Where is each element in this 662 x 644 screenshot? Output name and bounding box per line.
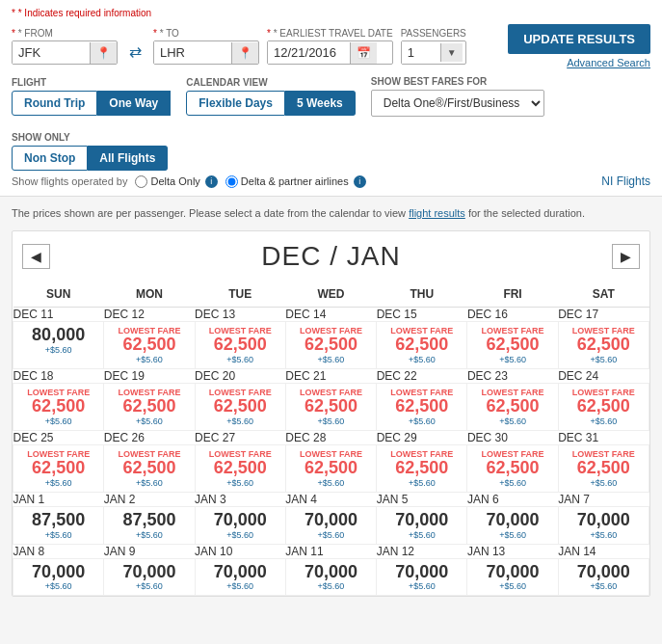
fare-amount: 62,500 xyxy=(288,335,374,355)
fare-cell[interactable]: LOWEST FARE62,500+$5.60 xyxy=(558,444,649,492)
day-header: TUE xyxy=(195,282,285,308)
fare-cell[interactable]: 87,500+$5.60 xyxy=(104,506,195,544)
fare-amount: 62,500 xyxy=(106,459,192,478)
day-header: FRI xyxy=(467,282,558,308)
fare-cell[interactable]: LOWEST FARE62,500+$5.60 xyxy=(377,444,467,492)
next-month-button[interactable]: ▶ xyxy=(612,244,640,269)
delta-partner-info-icon[interactable]: i xyxy=(354,175,366,188)
prev-month-button[interactable]: ◀ xyxy=(22,244,50,269)
date-cell: JAN 14 xyxy=(558,544,649,558)
from-input[interactable] xyxy=(13,41,90,64)
fare-tax: +$5.60 xyxy=(15,581,101,591)
fare-amount: 62,500 xyxy=(198,397,283,416)
date-cell: DEC 17 xyxy=(558,308,649,322)
fare-cell[interactable]: LOWEST FARE62,500+$5.60 xyxy=(558,322,649,369)
fare-cell[interactable]: LOWEST FARE62,500+$5.60 xyxy=(104,444,195,492)
date-cell: JAN 10 xyxy=(195,544,285,558)
fare-amount: 70,000 xyxy=(198,563,283,582)
to-field-group: * * TO 📍 xyxy=(153,28,259,65)
date-cell: JAN 11 xyxy=(285,544,376,558)
fare-cell[interactable]: 70,000+$5.60 xyxy=(13,558,104,596)
fare-cell[interactable]: 70,000+$5.60 xyxy=(467,506,558,544)
fare-amount: 62,500 xyxy=(561,335,647,355)
date-cell: DEC 11 xyxy=(13,308,104,322)
fare-cell[interactable]: LOWEST FARE62,500+$5.60 xyxy=(377,322,467,369)
five-weeks-button[interactable]: 5 Weeks xyxy=(285,91,356,116)
fare-cell[interactable]: 87,500+$5.60 xyxy=(13,506,104,544)
date-cell: JAN 13 xyxy=(467,544,558,558)
fare-amount: 87,500 xyxy=(106,511,192,530)
calendar-icon[interactable]: 📅 xyxy=(350,42,377,64)
date-cell: DEC 25 xyxy=(13,430,104,444)
fare-cell[interactable]: 70,000+$5.60 xyxy=(285,558,376,596)
fare-tax: +$5.60 xyxy=(106,478,192,488)
fare-cell[interactable]: 70,000+$5.60 xyxy=(285,506,376,544)
from-label: * * FROM xyxy=(12,28,118,39)
date-cell: JAN 6 xyxy=(467,492,558,506)
fare-select[interactable]: Delta One®/First/Business xyxy=(371,90,544,117)
fare-cell[interactable]: LOWEST FARE62,500+$5.60 xyxy=(195,444,285,492)
swap-button[interactable]: ⇄ xyxy=(125,42,146,61)
fare-cell[interactable]: LOWEST FARE62,500+$5.60 xyxy=(467,322,558,369)
fare-cell[interactable]: LOWEST FARE62,500+$5.60 xyxy=(13,444,104,492)
date-header-row: JAN 1JAN 2JAN 3JAN 4JAN 5JAN 6JAN 7 xyxy=(13,492,649,506)
passengers-dropdown-icon[interactable]: ▼ xyxy=(440,43,463,62)
fare-amount: 62,500 xyxy=(288,397,374,416)
day-header: THU xyxy=(377,282,467,308)
fare-cell[interactable]: 70,000+$5.60 xyxy=(467,558,558,596)
fare-cell[interactable]: 70,000+$5.60 xyxy=(195,506,285,544)
fare-cell[interactable]: LOWEST FARE62,500+$5.60 xyxy=(104,322,195,369)
fare-cell[interactable]: LOWEST FARE62,500+$5.60 xyxy=(104,384,195,431)
date-cell: JAN 5 xyxy=(377,492,467,506)
all-flights-button[interactable]: All Flights xyxy=(88,146,168,171)
passengers-input[interactable] xyxy=(402,41,440,64)
fare-cell[interactable]: LOWEST FARE62,500+$5.60 xyxy=(467,444,558,492)
fare-amount: 62,500 xyxy=(379,459,464,478)
show-only-group: SHOW ONLY Non Stop All Flights xyxy=(12,132,168,171)
fare-cell[interactable]: 70,000+$5.60 xyxy=(558,558,649,596)
fare-tax: +$5.60 xyxy=(106,355,192,364)
fare-cell[interactable]: LOWEST FARE62,500+$5.60 xyxy=(195,384,285,431)
from-field-group: * * FROM 📍 xyxy=(12,28,118,65)
fare-cell[interactable]: LOWEST FARE62,500+$5.60 xyxy=(377,384,467,431)
date-cell: JAN 4 xyxy=(285,492,376,506)
update-results-button[interactable]: UPDATE RESULTS xyxy=(508,24,650,54)
delta-partner-label[interactable]: Delta & partner airlines i xyxy=(225,175,366,188)
round-trip-button[interactable]: Round Trip xyxy=(12,91,97,116)
fare-cell[interactable]: LOWEST FARE62,500+$5.60 xyxy=(285,322,376,369)
advanced-search-link[interactable]: Advanced Search xyxy=(567,57,650,68)
delta-only-radio[interactable] xyxy=(135,175,147,188)
location-pin-icon-to[interactable]: 📍 xyxy=(231,42,258,64)
fare-cell[interactable]: 70,000+$5.60 xyxy=(558,506,649,544)
fare-cell[interactable]: 70,000+$5.60 xyxy=(104,558,195,596)
non-stop-button[interactable]: Non Stop xyxy=(12,146,88,171)
fare-row: LOWEST FARE62,500+$5.60LOWEST FARE62,500… xyxy=(13,384,649,431)
fare-cell[interactable]: LOWEST FARE62,500+$5.60 xyxy=(13,384,104,431)
flight-type-toggle: Round Trip One Way xyxy=(12,91,171,116)
delta-only-label[interactable]: Delta Only i xyxy=(135,175,217,188)
fare-cell[interactable]: 70,000+$5.60 xyxy=(377,558,467,596)
flight-results-link[interactable]: flight results xyxy=(409,207,465,219)
delta-partner-radio[interactable] xyxy=(225,175,238,188)
fare-amount: 87,500 xyxy=(15,511,101,530)
location-pin-icon[interactable]: 📍 xyxy=(90,42,117,64)
flexible-days-button[interactable]: Flexible Days xyxy=(186,91,285,116)
fare-cell[interactable]: LOWEST FARE62,500+$5.60 xyxy=(467,384,558,431)
day-header: WED xyxy=(285,282,376,308)
delta-only-info-icon[interactable]: i xyxy=(205,175,218,188)
ni-flights-link[interactable]: NI Flights xyxy=(601,174,650,188)
fare-cell[interactable]: LOWEST FARE62,500+$5.60 xyxy=(285,444,376,492)
fare-cell[interactable]: 70,000+$5.60 xyxy=(195,558,285,596)
one-way-button[interactable]: One Way xyxy=(97,91,171,116)
fare-cell[interactable]: LOWEST FARE62,500+$5.60 xyxy=(285,384,376,431)
fare-cell[interactable]: LOWEST FARE62,500+$5.60 xyxy=(195,322,285,369)
fare-cell[interactable]: 70,000+$5.60 xyxy=(377,506,467,544)
fare-cell[interactable]: 80,000+$5.60 xyxy=(13,322,104,369)
to-input[interactable] xyxy=(154,41,231,64)
fare-amount: 70,000 xyxy=(561,511,647,530)
fare-amount: 62,500 xyxy=(106,397,192,416)
date-input[interactable] xyxy=(268,41,350,64)
fare-tax: +$5.60 xyxy=(561,530,647,540)
fare-cell[interactable]: LOWEST FARE62,500+$5.60 xyxy=(558,384,649,431)
fare-row: 70,000+$5.6070,000+$5.6070,000+$5.6070,0… xyxy=(13,558,649,596)
